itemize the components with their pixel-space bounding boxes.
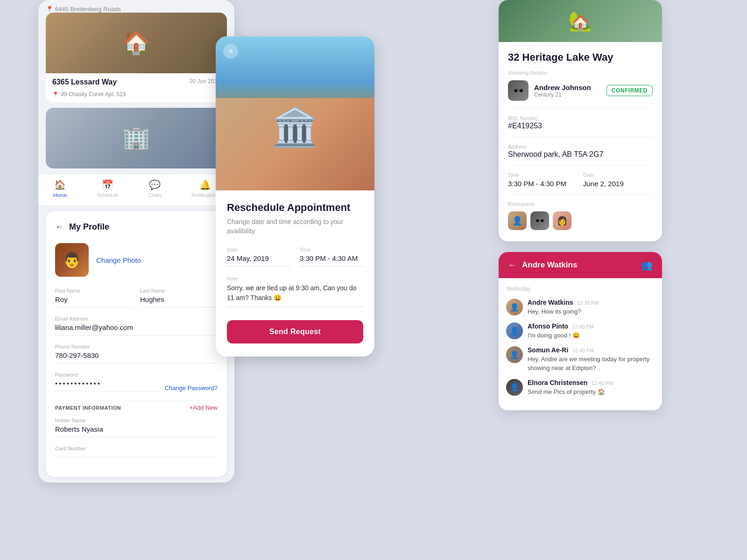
- back-arrow-icon[interactable]: ←: [55, 222, 63, 232]
- chat-body: Yesterday 👤 Andre Watkins 12:39 PM Hey, …: [499, 278, 662, 410]
- realtor-company: Century 21: [534, 91, 591, 98]
- realtor-details: Andrew Johnson Century 21: [534, 84, 591, 98]
- send-request-button[interactable]: Send Request: [227, 320, 363, 343]
- chat-msg-text-2: Hey, Andre are we meeting today for prop…: [528, 355, 655, 372]
- last-name-value[interactable]: Hughes: [140, 295, 218, 308]
- modal-note-value[interactable]: Sorry, we are tied up at 9:30 am, Can yo…: [227, 283, 363, 307]
- holder-name-value[interactable]: Roberts Nyasia: [55, 425, 218, 437]
- divider-2: [508, 137, 653, 137]
- property-detail-body: 32 Heritage Lake Way Showing Realtor 🕶️ …: [499, 42, 662, 241]
- top-address-bar: 📍 6445 Breitenberg Roads: [38, 0, 234, 13]
- chat-msg-text-1: I'm doing good ! 😀: [528, 331, 594, 340]
- nav-notifications[interactable]: 🔔 Notifications: [191, 179, 219, 198]
- property-image-1: [46, 13, 227, 73]
- chat-msg-content-3: Elnora Christensen 12:40 PM Send me Pics…: [528, 379, 613, 396]
- phone-label: Phone Number: [55, 344, 218, 350]
- phone-value[interactable]: 780-297-5830: [55, 351, 218, 364]
- avatar: 👨: [55, 243, 89, 277]
- chat-msg-name-0: Andre Watkins: [528, 299, 573, 306]
- property-detail-panel: 🏡 32 Heritage Lake Way Showing Realtor 🕶…: [499, 0, 662, 241]
- chat-header-left: ← Andre Watkins: [508, 260, 577, 270]
- chat-avatar-2: 👤: [506, 346, 523, 363]
- time-value: 3:30 PM - 4:30 PM: [508, 180, 578, 188]
- date-value: June 2, 2019: [583, 180, 653, 188]
- first-name-label: First Name: [55, 288, 133, 294]
- modal-date-value[interactable]: 24 May, 2019: [227, 254, 290, 266]
- property-address-text-1: 99 Chasity Curve Apt. 519: [61, 91, 126, 98]
- payment-title: PAYMENT INFORMATION: [55, 405, 121, 411]
- close-button[interactable]: ×: [223, 44, 238, 59]
- nav-home-label: Home: [53, 192, 67, 198]
- chat-msg-content-2: Somun Ae-Ri 12:40 PM Hey, Andre are we m…: [528, 346, 655, 372]
- change-photo-button[interactable]: Change Photo: [96, 256, 141, 264]
- add-new-button[interactable]: +Add New: [190, 404, 218, 411]
- chat-msg-header-1: Afonso Pinto 12:40 PM: [528, 322, 594, 330]
- top-address-text: 6445 Breitenberg Roads: [55, 6, 121, 13]
- chat-msg-time-1: 12:40 PM: [572, 324, 594, 329]
- password-value[interactable]: ••••••••••••: [55, 379, 165, 392]
- password-label: Password: [55, 372, 165, 378]
- property-card-2[interactable]: [46, 108, 227, 168]
- chat-header: ← Andre Watkins 👥: [499, 252, 662, 278]
- card-number-row: Card Number: [55, 446, 218, 457]
- chat-avatar-0: 👤: [506, 299, 523, 315]
- property-card-1[interactable]: 6365 Lessard Way 20 Jun 2019 📍 99 Chasit…: [46, 13, 227, 102]
- chats-icon: 💬: [149, 179, 161, 190]
- participants-section: Participants 👤 🕶️ 👩: [508, 201, 653, 230]
- nav-schedule-label: Schedule: [97, 192, 118, 198]
- card-number-value[interactable]: [55, 453, 218, 457]
- first-name-value[interactable]: Roy: [55, 295, 133, 308]
- modal-subtitle: Change date and time according to your a…: [227, 217, 363, 236]
- modal-date-label: Date: [227, 247, 290, 252]
- property-street: 32 Heritage Lake Way: [508, 51, 653, 63]
- chat-message-0: 👤 Andre Watkins 12:39 PM Hey, How its go…: [506, 299, 655, 316]
- change-password-link[interactable]: Change Password?: [165, 385, 218, 392]
- msl-label: MSL Number: [508, 115, 653, 121]
- chat-msg-content-1: Afonso Pinto 12:40 PM I'm doing good ! 😀: [528, 322, 594, 340]
- nav-schedule[interactable]: 📅 Schedule: [97, 179, 118, 198]
- password-field: Password ••••••••••••: [55, 372, 165, 392]
- holder-name-field: Holder Name Roberts Nyasia: [55, 418, 218, 437]
- modal-time-label: Time: [300, 247, 363, 252]
- chat-group-icon[interactable]: 👥: [641, 259, 653, 271]
- chat-msg-name-3: Elnora Christensen: [528, 379, 587, 386]
- chat-message-3: 👤 Elnora Christensen 12:40 PM Send me Pi…: [506, 379, 655, 396]
- chat-msg-time-0: 12:39 PM: [577, 300, 599, 306]
- msl-row: MSL Number #E419253: [508, 115, 653, 130]
- msl-value: #E419253: [508, 122, 653, 130]
- modal-date-field: Date 24 May, 2019: [227, 247, 290, 266]
- time-label: Time: [508, 172, 578, 178]
- chat-msg-header-3: Elnora Christensen 12:40 PM: [528, 379, 613, 386]
- name-row: First Name Roy Last Name Hughes: [55, 288, 218, 308]
- date-label: Date: [583, 172, 653, 178]
- property-address-1: 📍 99 Chasity Curve Apt. 519: [46, 91, 227, 102]
- holder-name-label: Holder Name: [55, 418, 218, 423]
- chat-msg-text-3: Send me Pics of property 🏠: [528, 388, 613, 396]
- nav-home[interactable]: 🏠 Home: [53, 179, 67, 198]
- divider-4: [508, 194, 653, 195]
- address-label: Address: [508, 144, 653, 149]
- modal-note-label: Note: [227, 276, 363, 281]
- profile-header: ← My Profile: [55, 222, 218, 232]
- confirmed-badge: CONFIRMED: [606, 85, 653, 96]
- phone-row: Phone Number 780-297-5830: [55, 344, 218, 364]
- first-name-field: First Name Roy: [55, 288, 133, 308]
- chat-msg-text-0: Hey, How its going?: [528, 308, 599, 316]
- card-number-label: Card Number: [55, 446, 218, 451]
- chat-msg-name-1: Afonso Pinto: [528, 322, 568, 330]
- email-value[interactable]: liliana.miller@yahoo.com: [55, 323, 218, 336]
- realtor-info: 🕶️ Andrew Johnson Century 21: [508, 80, 591, 101]
- nav-chats[interactable]: 💬 Chats: [148, 179, 162, 198]
- participant-1: 👤: [508, 211, 527, 230]
- nav-notifications-label: Notifications: [191, 192, 219, 198]
- nav-chats-label: Chats: [148, 192, 162, 198]
- time-date-grid: Time 3:30 PM - 4:30 PM Date June 2, 2019: [508, 172, 653, 188]
- chat-panel: ← Andre Watkins 👥 Yesterday 👤 Andre Watk…: [499, 252, 662, 410]
- location-icon: 📍: [46, 6, 53, 13]
- bottom-nav: 🏠 Home 📅 Schedule 💬 Chats 🔔 Notification…: [38, 174, 234, 205]
- chat-back-button[interactable]: ←: [508, 260, 516, 270]
- chat-message-2: 👤 Somun Ae-Ri 12:40 PM Hey, Andre are we…: [506, 346, 655, 372]
- email-field: Email Address liliana.miller@yahoo.com: [55, 316, 218, 336]
- divider-3: [508, 165, 653, 166]
- modal-time-value[interactable]: 3:30 PM - 4:30 AM: [300, 254, 363, 266]
